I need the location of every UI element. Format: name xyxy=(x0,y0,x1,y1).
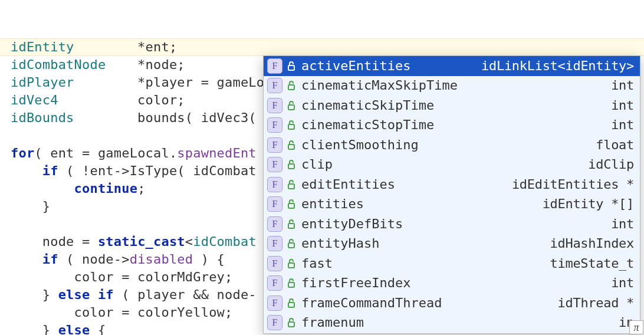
code-token: color = colorYellow; xyxy=(11,305,232,320)
unlocked-icon xyxy=(285,219,297,229)
completion-item-type: timeState_t xyxy=(550,255,634,272)
svg-rect-9 xyxy=(288,243,294,248)
completion-item[interactable]: FclientSmoothingfloat xyxy=(264,135,640,155)
completion-item-name: entityHash xyxy=(301,235,379,252)
code-token: idCombat xyxy=(193,234,257,249)
code-token: else xyxy=(58,323,90,335)
svg-rect-1 xyxy=(288,85,294,90)
field-kind-icon: F xyxy=(267,78,282,93)
svg-rect-11 xyxy=(288,283,294,287)
completion-item-type: idEditEntities * xyxy=(512,176,634,193)
pi-button[interactable]: π xyxy=(629,320,643,334)
unlocked-icon xyxy=(285,159,297,170)
code-token: ( node-> xyxy=(58,252,130,267)
completion-item-name: entityDefBits xyxy=(301,215,403,233)
field-kind-icon: F xyxy=(267,137,282,153)
svg-rect-6 xyxy=(288,184,294,189)
code-token: idBounds xyxy=(11,110,74,125)
code-token: idCombatNode xyxy=(11,57,106,72)
completion-item-name: cinematicStopTime xyxy=(301,116,434,134)
completion-item[interactable]: FactiveEntitiesidLinkList<idEntity> xyxy=(264,56,640,76)
completion-item-name: clientSmoothing xyxy=(301,136,419,154)
code-token: < xyxy=(185,234,193,249)
code-token: if xyxy=(42,252,58,267)
svg-rect-4 xyxy=(288,144,294,149)
unlocked-icon xyxy=(285,120,297,130)
completion-item-type: float xyxy=(596,136,634,154)
code-token: color; xyxy=(58,93,185,107)
completion-item-type: idClip xyxy=(588,156,634,173)
field-kind-icon: F xyxy=(267,58,282,74)
svg-rect-10 xyxy=(288,263,294,268)
code-token: else if xyxy=(58,287,114,302)
completion-item[interactable]: FfasttimeState_t xyxy=(264,254,640,274)
field-kind-icon: F xyxy=(267,256,282,271)
field-kind-icon: F xyxy=(267,315,282,330)
field-kind-icon: F xyxy=(267,117,282,133)
completion-item[interactable]: FclipidClip xyxy=(264,155,640,175)
completion-popup[interactable]: FactiveEntitiesidLinkList<idEntity>Fcine… xyxy=(263,55,640,334)
completion-item[interactable]: FcinematicStopTimeint xyxy=(264,116,640,136)
completion-item-name: cinematicMaxSkipTime xyxy=(301,77,458,94)
field-kind-icon: F xyxy=(267,157,282,172)
completion-item-name: fast xyxy=(301,255,333,272)
code-token: *node; xyxy=(106,57,185,72)
code-token: idEntity xyxy=(11,40,74,54)
unlocked-icon xyxy=(285,298,297,308)
completion-item[interactable]: FcinematicMaxSkipTimeint xyxy=(264,76,640,96)
completion-item-type: int xyxy=(611,77,634,94)
completion-item[interactable]: FentitiesidEntity *[] xyxy=(264,195,640,215)
unlocked-icon xyxy=(285,140,297,150)
field-kind-icon: F xyxy=(267,295,282,311)
completion-item[interactable]: Fframenumin xyxy=(264,313,640,333)
completion-item-type: int xyxy=(611,215,634,233)
completion-item-name: editEntities xyxy=(301,176,395,193)
svg-rect-0 xyxy=(288,65,294,70)
unlocked-icon xyxy=(285,100,297,111)
unlocked-icon xyxy=(285,238,297,249)
code-token: } xyxy=(11,323,58,335)
completion-item-name: clip xyxy=(301,156,333,173)
code-token: idVec4 xyxy=(11,93,58,107)
code-token: color = colorMdGrey; xyxy=(11,270,232,284)
completion-item[interactable]: FeditEntitiesidEditEntities * xyxy=(264,175,640,195)
field-kind-icon: F xyxy=(267,196,282,212)
completion-item-type: int xyxy=(611,97,634,114)
svg-rect-12 xyxy=(288,303,294,307)
code-token: if xyxy=(42,163,58,178)
code-token: { xyxy=(90,323,106,335)
code-token: disabled xyxy=(130,252,193,267)
unlocked-icon xyxy=(285,199,297,209)
completion-item[interactable]: FframeCommandThreadidThread * xyxy=(264,293,640,313)
completion-item[interactable]: FcinematicSkipTimeint xyxy=(264,96,640,116)
unlocked-icon xyxy=(285,317,297,328)
unlocked-icon xyxy=(285,179,297,190)
completion-item-name: cinematicSkipTime xyxy=(301,97,434,114)
code-token: ( !ent->IsType( idCombat xyxy=(58,163,257,178)
completion-item-name: activeEntities xyxy=(301,57,410,75)
unlocked-icon xyxy=(285,61,297,71)
completion-item-name: firstFreeIndex xyxy=(301,274,410,292)
completion-item-type: idHashIndex xyxy=(550,235,634,252)
completion-item-type: int xyxy=(611,274,634,292)
code-token: static_cast xyxy=(98,234,185,249)
completion-item-type: idThread * xyxy=(558,294,634,312)
svg-rect-2 xyxy=(288,105,294,110)
svg-rect-5 xyxy=(288,164,294,169)
unlocked-icon xyxy=(285,258,297,269)
svg-rect-8 xyxy=(288,224,294,228)
code-token: bounds( idVec3( xyxy=(74,110,257,125)
completion-item-type: idEntity *[] xyxy=(543,195,634,213)
field-kind-icon: F xyxy=(267,177,282,192)
completion-item[interactable]: FfirstFreeIndexint xyxy=(264,274,640,294)
code-token: *ent; xyxy=(74,40,178,54)
code-token: ) { xyxy=(193,252,225,267)
code-line[interactable]: idEntity *ent; xyxy=(11,38,644,56)
field-kind-icon: F xyxy=(267,236,282,251)
code-token: ( player && node- xyxy=(114,287,257,302)
completion-item[interactable]: FentityHashidHashIndex xyxy=(264,234,640,254)
unlocked-icon xyxy=(285,80,297,91)
completion-item[interactable]: FentityDefBitsint xyxy=(264,214,640,234)
code-token xyxy=(11,252,42,267)
completion-item-name: entities xyxy=(301,195,364,213)
